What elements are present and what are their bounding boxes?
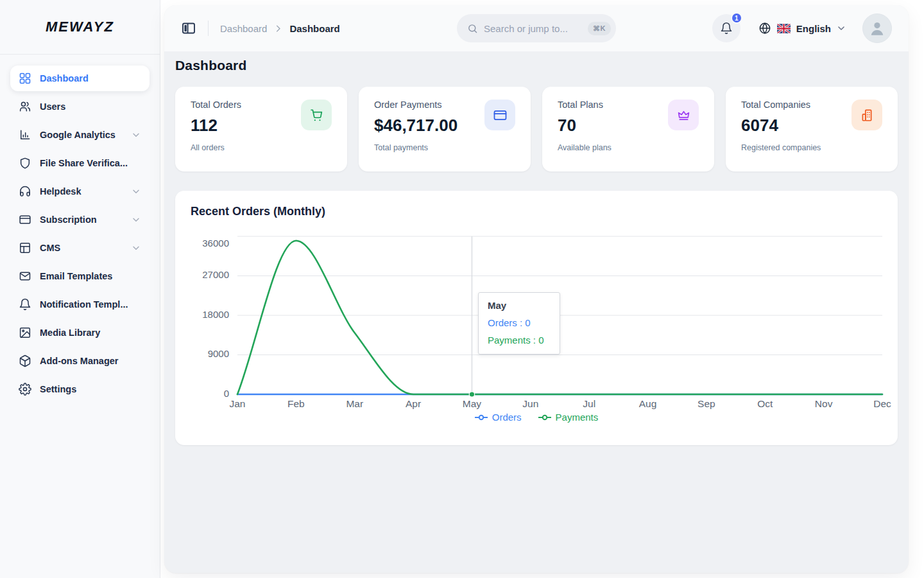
app-logo: MEWAYZ — [46, 19, 114, 35]
credit-card-icon-tile — [484, 100, 515, 130]
svg-text:Nov: Nov — [815, 398, 833, 409]
package-icon — [19, 355, 31, 367]
language-selector[interactable]: English — [758, 22, 846, 35]
crown-icon-tile — [668, 100, 699, 130]
sidebar-item-label: Helpdesk — [40, 186, 123, 198]
svg-text:Oct: Oct — [757, 398, 773, 409]
stat-card-total-companies: Total Companies 6074 Registered companie… — [726, 87, 898, 171]
chevron-down-icon — [837, 24, 846, 33]
sidebar-item-notification-templ[interactable]: Notification Templ... — [10, 292, 150, 317]
sidebar: MEWAYZ Dashboard Users Google Analytics … — [0, 0, 160, 578]
legend-label: Payments — [556, 412, 599, 423]
sidebar-item-label: Media Library — [40, 327, 141, 339]
cart-icon — [309, 108, 324, 123]
legend-item-payments[interactable]: Payments — [538, 412, 599, 423]
svg-text:Feb: Feb — [287, 398, 305, 409]
mail-icon — [19, 270, 31, 283]
bell-icon — [19, 298, 31, 311]
sidebar-item-email-templates[interactable]: Email Templates — [10, 263, 150, 289]
building-icon-tile — [851, 100, 882, 130]
topbar-actions: 1 — [712, 13, 892, 43]
sidebar-item-google-analytics[interactable]: Google Analytics — [10, 122, 150, 148]
sidebar-item-users[interactable]: Users — [10, 94, 150, 119]
sidebar-toggle-button[interactable] — [181, 21, 196, 36]
stat-subtext: Total payments — [374, 143, 515, 152]
shield-icon — [19, 157, 31, 170]
sidebar-item-settings[interactable]: Settings — [10, 376, 150, 402]
layout-icon — [19, 241, 31, 254]
search-input[interactable] — [484, 23, 582, 34]
x-axis-labels: JanFebMarAprMayJunJulAugSepOctNovDec — [230, 398, 892, 409]
main-panel: Dashboard Dashboard ⌘K 1 — [164, 5, 909, 573]
analytics-icon — [19, 128, 31, 141]
credit-card-icon — [493, 108, 508, 123]
globe-icon — [758, 22, 771, 35]
stat-cards-row: Total Orders 112 All orders Order Paymen… — [175, 87, 898, 171]
sidebar-item-subscription[interactable]: Subscription — [10, 207, 150, 232]
user-avatar[interactable] — [862, 13, 892, 43]
sidebar-item-dashboard[interactable]: Dashboard — [10, 66, 150, 91]
shield-icon — [19, 157, 31, 170]
chart-area[interactable]: 09000180002700036000JanFebMarAprMayJunJu… — [191, 229, 882, 423]
chart-legend: Orders Payments — [191, 412, 882, 423]
tooltip-orders-line: Orders : 0 — [488, 317, 551, 328]
users-icon — [19, 100, 31, 113]
chevron-down-icon — [131, 186, 141, 197]
logo-container: MEWAYZ — [0, 0, 160, 55]
svg-text:36000: 36000 — [202, 238, 229, 249]
sidebar-item-label: File Share Verifica... — [40, 157, 141, 170]
credit-card-icon — [19, 213, 31, 226]
breadcrumb-current: Dashboard — [289, 23, 339, 34]
grid-icon — [19, 72, 31, 85]
crown-icon — [676, 108, 691, 123]
package-icon — [19, 355, 31, 367]
sidebar-item-cms[interactable]: CMS — [10, 235, 150, 261]
tooltip-title: May — [488, 300, 551, 311]
person-icon — [868, 19, 887, 38]
breadcrumb-parent[interactable]: Dashboard — [220, 23, 267, 34]
stat-card-order-payments: Order Payments $46,717.00 Total payments — [359, 87, 531, 171]
gear-icon — [19, 383, 31, 396]
mail-icon — [19, 270, 31, 283]
chevron-down-icon — [131, 130, 141, 140]
sidebar-item-media-library[interactable]: Media Library — [10, 320, 150, 346]
notifications-button[interactable]: 1 — [712, 14, 740, 42]
language-label: English — [796, 23, 831, 34]
content-area: Dashboard Total Orders 112 All orders Or… — [164, 51, 909, 445]
bell-icon — [19, 298, 31, 311]
sidebar-item-label: Notification Templ... — [40, 299, 141, 311]
image-icon — [19, 326, 31, 339]
building-icon — [860, 108, 875, 123]
layout-icon — [19, 241, 31, 254]
sidebar-item-label: CMS — [40, 242, 123, 254]
bell-icon — [720, 22, 733, 35]
stat-subtext: Available plans — [558, 143, 699, 152]
svg-text:Apr: Apr — [406, 398, 421, 409]
stat-card-total-orders: Total Orders 112 All orders — [175, 87, 347, 171]
panel-left-icon — [181, 21, 196, 36]
chevron-down-icon — [131, 215, 141, 225]
legend-item-orders[interactable]: Orders — [475, 412, 522, 423]
sidebar-item-label: Subscription — [40, 214, 123, 226]
sidebar-item-label: Dashboard — [40, 73, 141, 85]
legend-marker-payments — [538, 414, 551, 421]
svg-text:27000: 27000 — [202, 269, 229, 280]
svg-text:Jan: Jan — [230, 398, 246, 409]
sidebar-item-helpdesk[interactable]: Helpdesk — [10, 179, 150, 204]
chevron-down-icon — [131, 243, 141, 253]
svg-text:Aug: Aug — [639, 398, 657, 409]
users-icon — [19, 100, 31, 113]
legend-marker-orders — [475, 414, 488, 421]
svg-text:May: May — [463, 398, 482, 409]
sidebar-item-add-ons-manager[interactable]: Add-ons Manager — [10, 348, 150, 374]
sidebar-item-file-share-verifica[interactable]: File Share Verifica... — [10, 150, 150, 176]
search-shortcut-badge: ⌘K — [588, 22, 611, 35]
cart-icon-tile — [301, 100, 332, 130]
svg-text:Sep: Sep — [697, 398, 715, 409]
breadcrumb: Dashboard Dashboard — [220, 23, 340, 34]
stat-card-total-plans: Total Plans 70 Available plans — [542, 87, 714, 171]
headset-icon — [19, 185, 31, 198]
sidebar-item-label: Email Templates — [40, 270, 141, 283]
hover-point — [469, 392, 474, 397]
search-bar[interactable]: ⌘K — [457, 14, 616, 42]
